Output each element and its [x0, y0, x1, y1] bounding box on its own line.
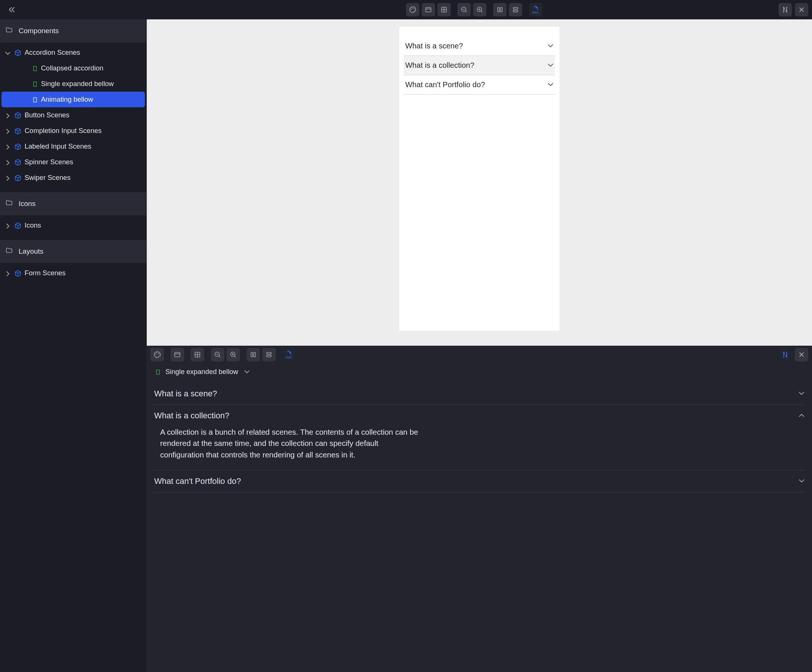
bookmark-icon	[31, 81, 37, 87]
cube-icon	[14, 112, 21, 118]
chevron-up-icon	[798, 412, 805, 420]
compare-button[interactable]	[778, 348, 792, 362]
tree-item-label: Animating bellow	[41, 96, 93, 104]
chevron-down-icon	[243, 368, 249, 376]
bookmark-icon	[154, 369, 160, 375]
cube-icon	[14, 127, 21, 134]
app-toolbar: DOC	[0, 0, 812, 19]
layout-rows-button[interactable]	[262, 348, 276, 362]
layout-rows-button[interactable]	[509, 3, 522, 16]
sidebar: Components Accordion Scenes Collapsed ac…	[0, 19, 147, 672]
canvas-frame-button[interactable]	[171, 348, 184, 362]
accordion-title: What is a collection?	[154, 411, 229, 421]
tree-item-collapsed-accordion[interactable]: Collapsed accordion	[2, 60, 145, 76]
accordion-item[interactable]: What can't Portfolio do?	[404, 75, 555, 95]
sidebar-section-layouts[interactable]: Layouts	[0, 240, 147, 263]
tree-item-label: Button Scenes	[25, 111, 69, 119]
tree-item-label: Collapsed accordion	[41, 64, 104, 72]
section-title: Icons	[19, 200, 36, 208]
chevron-down-icon	[547, 61, 553, 70]
cube-icon	[14, 49, 21, 56]
tree-item-swiper-scenes[interactable]: Swiper Scenes	[2, 170, 145, 186]
accordion-item[interactable]: What is a scene?	[154, 383, 805, 405]
scene-name: Single expanded bellow	[165, 368, 238, 376]
tree-item-accordion-scenes[interactable]: Accordion Scenes	[2, 45, 145, 60]
chevron-down-icon	[547, 81, 553, 89]
accordion-title: What is a scene?	[405, 42, 463, 50]
preview-card: What is a scene? What is a collection? W…	[399, 27, 560, 331]
tree-item-label: Swiper Scenes	[25, 174, 70, 182]
accordion-title: What can't Portfolio do?	[405, 80, 485, 89]
cube-icon	[14, 159, 21, 165]
cube-icon	[14, 174, 21, 181]
tree-item-single-expanded-bellow[interactable]: Single expanded bellow	[2, 76, 145, 92]
tree-item-label: Single expanded bellow	[41, 80, 114, 88]
tree-item-spinner-scenes[interactable]: Spinner Scenes	[2, 154, 145, 170]
cube-icon	[14, 270, 21, 276]
chevron-down-icon	[798, 390, 805, 398]
tree-item-animating-bellow[interactable]: Animating bellow	[2, 92, 145, 107]
tree-item-label: Spinner Scenes	[25, 158, 73, 166]
bottom-pane-toolbar: DOC	[147, 346, 812, 363]
grid-toggle-button[interactable]	[437, 3, 451, 16]
tree-item-label: Labeled Input Scenes	[25, 142, 91, 150]
doc-mode-button[interactable]: DOC	[529, 3, 542, 16]
chevron-down-icon	[798, 477, 805, 485]
compare-button[interactable]	[778, 3, 792, 16]
doc-label-text: DOC	[286, 356, 292, 359]
bookmark-icon	[31, 65, 37, 71]
chevron-down-icon	[547, 42, 553, 50]
layout-columns-button[interactable]	[493, 3, 507, 16]
accordion-item-expanded[interactable]: What is a collection? A collection is a …	[154, 405, 805, 471]
theme-palette-button[interactable]	[406, 3, 420, 16]
tree-item-label: Accordion Scenes	[25, 48, 80, 56]
close-button[interactable]	[795, 3, 808, 16]
tree-item-label: Completion Input Scenes	[25, 127, 102, 135]
accordion-item[interactable]: What can't Portfolio do?	[154, 471, 805, 493]
accordion-item[interactable]: What is a scene?	[404, 36, 555, 56]
doc-mode-button[interactable]: DOC	[282, 348, 296, 362]
tree-item-completion-input-scenes[interactable]: Completion Input Scenes	[2, 123, 145, 138]
preview-pane-top: What is a scene? What is a collection? W…	[147, 19, 812, 346]
tree-item-icons[interactable]: Icons	[2, 218, 145, 233]
doc-label-text: DOC	[532, 11, 539, 14]
folder-icon	[5, 247, 14, 257]
accordion-item[interactable]: What is a collection?	[404, 56, 555, 75]
theme-palette-button[interactable]	[150, 348, 164, 362]
section-title: Layouts	[19, 247, 44, 256]
cube-icon	[14, 143, 21, 150]
tree-item-form-scenes[interactable]: Form Scenes	[2, 265, 145, 281]
layout-columns-button[interactable]	[247, 348, 260, 362]
tree-item-button-scenes[interactable]: Button Scenes	[2, 107, 145, 123]
preview-pane-bottom: DOC Single expanded bellow	[147, 346, 812, 672]
folder-icon	[5, 199, 14, 209]
zoom-in-button[interactable]	[473, 3, 486, 16]
section-title: Components	[19, 27, 59, 35]
accordion-title: What is a scene?	[154, 389, 217, 399]
tree-item-label: Form Scenes	[25, 269, 66, 277]
scene-selector[interactable]: Single expanded bellow	[147, 363, 812, 380]
zoom-out-button[interactable]	[457, 3, 471, 16]
close-button[interactable]	[795, 348, 808, 362]
bookmark-icon	[31, 97, 37, 102]
tree-item-label: Icons	[25, 221, 41, 229]
cube-icon	[14, 222, 21, 229]
tree-item-labeled-input-scenes[interactable]: Labeled Input Scenes	[2, 138, 145, 154]
folder-icon	[5, 26, 14, 36]
accordion-body: A collection is a bunch of related scene…	[154, 421, 422, 464]
sidebar-section-icons[interactable]: Icons	[0, 192, 147, 215]
canvas-frame-button[interactable]	[421, 3, 435, 16]
grid-toggle-button[interactable]	[191, 348, 204, 362]
zoom-in-button[interactable]	[227, 348, 240, 362]
zoom-out-button[interactable]	[211, 348, 224, 362]
sidebar-section-components[interactable]: Components	[0, 19, 147, 43]
accordion-title: What can't Portfolio do?	[154, 476, 241, 486]
accordion-title: What is a collection?	[405, 61, 474, 70]
collapse-sidebar-button[interactable]	[5, 3, 18, 16]
